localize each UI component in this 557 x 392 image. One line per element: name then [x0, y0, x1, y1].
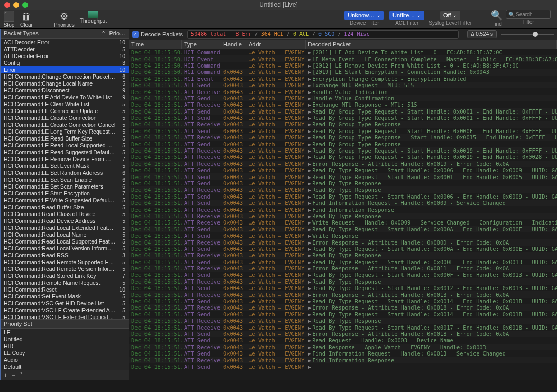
sidebar-item[interactable]: HCI Command:Read Local Extended Features…	[1, 224, 129, 231]
sidebar-item[interactable]: HCI Command:Change Local Name5	[1, 80, 129, 87]
sidebar-item[interactable]: HCI Command:VSC:LE Create Extended Adver…	[1, 306, 129, 313]
search-input[interactable]: 🔍 Search	[506, 10, 551, 19]
packet-row[interactable]: Dec 04 18:15:51.311ATT Send0x0043…e Watc…	[129, 193, 557, 200]
packet-row[interactable]: Dec 04 18:15:51.431ATT Send0x0043…e Watc…	[129, 272, 557, 278]
sidebar-item[interactable]: HCI Command:Remote Name Request5	[1, 279, 129, 286]
packet-table-header[interactable]: Time Type Handle Addr Decoded Packet	[129, 40, 557, 49]
sidebar-item[interactable]: HCI Command:LE Read Local Supported Feat…	[1, 142, 129, 148]
packet-row[interactable]: Dec 04 18:15:51.581ATT Send0x0043…e Watc…	[129, 331, 557, 337]
packet-row[interactable]: Dec 04 18:15:50.818HCI Command…e Watch —…	[129, 62, 557, 69]
priority-set-header[interactable]: Priority Set	[1, 319, 129, 329]
packet-row[interactable]: Dec 04 18:15:51.431ATT Receive0x0043…e W…	[129, 265, 557, 272]
acl-filter-dropdown[interactable]: Unfilte…⌄	[389, 11, 424, 20]
sidebar-item[interactable]: HCI Command:Change Connection Packet Typ…	[1, 73, 129, 80]
sidebar-item[interactable]: HCI Command:LE Read Suggested Default Da…	[1, 148, 129, 155]
packet-row[interactable]: Dec 04 18:15:51.341ATT Receive0x0043…e W…	[129, 213, 557, 219]
packet-row[interactable]: Dec 04 18:15:51.277ATT Send0x0043…e Watc…	[129, 173, 557, 180]
sidebar-item[interactable]: Config3	[1, 59, 129, 66]
remove-button[interactable]: −	[12, 371, 15, 379]
packet-row[interactable]: Dec 04 18:15:51.342ATT Send0x0043…e Watc…	[129, 226, 557, 232]
packet-row[interactable]: Dec 04 18:15:51.402ATT Send0x0043…e Watc…	[129, 259, 557, 265]
sidebar-item[interactable]: ATTDecoder:Error10	[1, 52, 129, 59]
packet-row[interactable]: Dec 04 18:15:51.251ATT Receive0x0043…e W…	[129, 161, 557, 167]
sidebar-item[interactable]: HCI Command:LE Write Suggested Default D…	[1, 197, 129, 203]
time-slider[interactable]	[501, 31, 554, 38]
sidebar-item[interactable]: HCI Command:LE Set Random Address6	[1, 169, 129, 176]
sidebar-item[interactable]: HCI Command:Read Stored Link Key7	[1, 272, 129, 279]
priority-item[interactable]: Untitled	[1, 335, 129, 342]
packet-row[interactable]: Dec 04 18:15:51.461ATT Receive0x0043…e W…	[129, 278, 557, 285]
priority-item[interactable]: Audio	[1, 356, 129, 363]
sidebar-item[interactable]: ATTDecoder5	[1, 45, 129, 52]
action-menu-button[interactable]: ˅	[20, 371, 23, 379]
packet-row[interactable]: Dec 04 18:15:51.626ATT Receive0x0043…e W…	[129, 344, 557, 350]
sidebar-item[interactable]: HCI Command:LE Set Scan Enable6	[1, 176, 129, 183]
sidebar-item[interactable]: HCI Command:LE Read Buffer Size5	[1, 135, 129, 142]
packet-row[interactable]: Dec 04 18:15:51.086ATT Receive0x0043…e W…	[129, 88, 557, 95]
minimize-window-button[interactable]	[13, 2, 19, 8]
sidebar-item[interactable]: HCI Command:Read Local Supported Feature…	[1, 238, 129, 245]
packet-row[interactable]: Dec 04 18:15:51.491ATT Send0x0043…e Watc…	[129, 298, 557, 304]
sidebar-item[interactable]: HCI Command:Read Device Address5	[1, 217, 129, 224]
packet-row[interactable]: Dec 04 18:15:51.371ATT Receive0x0043…e W…	[129, 239, 557, 245]
packet-row[interactable]: Dec 04 18:15:51.278ATT Send0x0043…e Watc…	[129, 180, 557, 186]
sidebar-item[interactable]: HCI Command:LE Add Device To White List9	[1, 94, 129, 100]
delta-button[interactable]: Δ 0.524 s	[467, 30, 497, 38]
sidebar-item[interactable]: HCI Command:LE Connection Update5	[1, 107, 129, 114]
sidebar-item[interactable]: HCI Command:Read Remote Version Informat…	[1, 265, 129, 272]
priority-item[interactable]: Default	[1, 363, 129, 370]
sidebar-item[interactable]: HCI Command:Read Buffer Size5	[1, 203, 129, 210]
packet-row[interactable]: Dec 04 18:15:51.371ATT Send0x0043…e Watc…	[129, 232, 557, 239]
packet-row[interactable]: Dec 04 18:15:51.236ATT Receive0x0043…e W…	[129, 154, 557, 160]
sidebar-item[interactable]: ACLDecoder:Error10	[1, 39, 129, 45]
close-window-button[interactable]	[4, 2, 10, 8]
packet-row[interactable]: Dec 04 18:15:51.341ATT Receive0x0043…e W…	[129, 219, 557, 226]
sidebar-item[interactable]: HCI Command:Read Class of Device5	[1, 210, 129, 217]
packet-row[interactable]: Dec 04 18:15:51.146ATT Receive0x0043…e W…	[129, 101, 557, 108]
packet-row[interactable]: Dec 04 18:15:51.191ATT Send0x0043…e Watc…	[129, 128, 557, 134]
stop-button[interactable]: ⬛ Stop	[3, 10, 15, 28]
sidebar-item[interactable]: HCI Command:Read Remote Supported Featur…	[1, 258, 129, 265]
sidebar-item[interactable]: HCI Command:VSC:LE Extended Duplicate Fi…	[1, 313, 129, 319]
sidebar-item[interactable]: HCI Command:LE Remove Device From White …	[1, 155, 129, 162]
clear-button[interactable]: 🗑 Clear	[20, 10, 33, 28]
priority-item[interactable]: LE	[1, 329, 129, 335]
packet-row[interactable]: Dec 04 18:15:51.222ATT Receive0x0043…e W…	[129, 147, 557, 154]
sidebar-item[interactable]: HCI Command:LE Clear White List5	[1, 100, 129, 107]
sidebar-item[interactable]: HCI Command:Set Event Mask5	[1, 293, 129, 300]
sidebar-item[interactable]: HCI Command:Read Local Name5	[1, 231, 129, 238]
add-button[interactable]: +	[4, 371, 7, 379]
packet-row[interactable]: Dec 04 18:15:51.596ATT Send0x0043…e Watc…	[129, 337, 557, 343]
packet-row[interactable]: Dec 04 18:15:51.311ATT Send0x0043…e Watc…	[129, 200, 557, 206]
packet-row[interactable]: Dec 04 18:15:51.656ATT Send0x0043…e Watc…	[129, 363, 557, 370]
sidebar-item[interactable]: HCI Command:VSC:Get HID Device List5	[1, 300, 129, 306]
packet-row[interactable]: Dec 04 18:15:51.146ATT Send0x0043…e Watc…	[129, 108, 557, 115]
packet-row[interactable]: Dec 04 18:15:51.521ATT Send0x0043…e Watc…	[129, 311, 557, 318]
decode-checkbox[interactable]: ✓	[132, 31, 139, 38]
packet-row[interactable]: Dec 04 18:15:51.656ATT Receive0x0043…e W…	[129, 357, 557, 363]
sidebar-item[interactable]: HCI Command:LE Start Encryption7	[1, 190, 129, 197]
packet-row[interactable]: Dec 04 18:15:51.056HCI Event0x0043…e Wat…	[129, 76, 557, 82]
priorities-button[interactable]: ⚙ Priorities	[54, 10, 75, 28]
packet-row[interactable]: Dec 04 18:15:51.521ATT Receive0x0043…e W…	[129, 304, 557, 311]
packet-row[interactable]: Dec 04 18:15:51.311ATT Receive0x0043…e W…	[129, 186, 557, 193]
sidebar-item[interactable]: HCI Command:Reset10	[1, 286, 129, 293]
priority-item[interactable]: LE Copy	[1, 349, 129, 356]
packet-row[interactable]: Dec 04 18:15:51.401ATT Receive0x0043…e W…	[129, 252, 557, 258]
packet-row[interactable]: Dec 04 18:15:51.191ATT Receive0x0043…e W…	[129, 121, 557, 127]
packet-row[interactable]: Dec 04 18:15:51.148ATT Send0x0043…e Watc…	[129, 115, 557, 121]
sidebar-item[interactable]: Error10	[1, 66, 129, 73]
sidebar-header[interactable]: Packet Types ⌃ Prio…	[1, 29, 129, 39]
device-filter-dropdown[interactable]: Unknow…⌄	[344, 11, 384, 20]
packet-row[interactable]: Dec 04 18:15:51.206ATT Receive0x0043…e W…	[129, 134, 557, 141]
sidebar-item[interactable]: HCI Command:Read RSSI3	[1, 251, 129, 258]
sidebar-item[interactable]: HCI Command:Read Local Version Informati…	[1, 245, 129, 251]
priority-item[interactable]: HID	[1, 342, 129, 349]
packet-row[interactable]: Dec 04 18:15:51.341ATT Receive0x0043…e W…	[129, 206, 557, 212]
find-icon[interactable]: 🔍	[491, 10, 503, 21]
sidebar-item[interactable]: HCI Command:LE Create Connection5	[1, 114, 129, 121]
sidebar-list[interactable]: ACLDecoder:Error10ATTDecoder5ATTDecoder:…	[1, 39, 129, 319]
packet-row[interactable]: Dec 04 18:15:50.826HCI Command0x0043…e W…	[129, 69, 557, 75]
sidebar-item[interactable]: HCI Command:LE Create Connection Cancel5	[1, 121, 129, 128]
sidebar-item[interactable]: HCI Command:LE Long Term Key Request Rep…	[1, 128, 129, 135]
